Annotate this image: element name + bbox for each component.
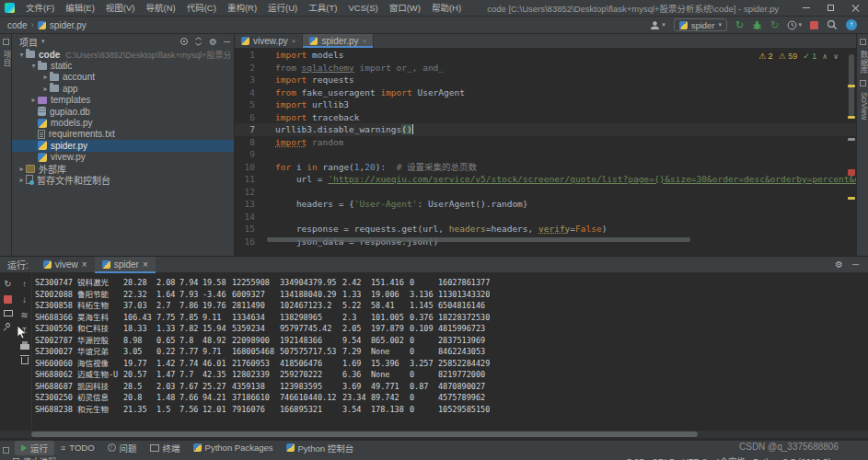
warning-stripe-mark[interactable] (848, 197, 855, 200)
editor-tab-spider.py[interactable]: spider.py× (303, 34, 374, 48)
tool-window-stripe-icon[interactable] (860, 80, 866, 86)
restore-layout-icon[interactable] (4, 310, 13, 316)
rerun-button[interactable]: ↻ (735, 19, 744, 30)
code-text: from sqlalchemy import or_, and_ (259, 62, 444, 75)
debug-button[interactable] (752, 20, 762, 30)
editor-tab-vivew.py[interactable]: vivew.py× (235, 34, 303, 48)
stop-button[interactable] (810, 21, 818, 29)
minimize-button[interactable] (793, 0, 818, 16)
console-cell: 418506476 (280, 358, 342, 370)
play-icon (21, 444, 27, 452)
profiler-button[interactable]: ▾ (787, 20, 802, 30)
warning-stripe-mark[interactable] (848, 116, 855, 119)
console-cell: 9.54 (342, 335, 371, 347)
code-editor[interactable]: 1import models2from sqlalchemy import or… (235, 49, 856, 256)
print-icon[interactable] (20, 344, 29, 350)
project-stripe-label[interactable]: 项目 (0, 51, 12, 66)
hide-panel-icon[interactable]: ─ (852, 259, 859, 270)
inspections-widget[interactable]: ⚠ 2 ⚠ 59 ✓ 1 ∧ ∨ (756, 52, 841, 61)
tree-chevron-icon[interactable]: ▸ (17, 176, 26, 184)
console-cell: 134188040.29 (280, 289, 342, 301)
tool-window-stripe-icon[interactable] (860, 39, 866, 45)
next-problem-icon[interactable]: ∨ (833, 52, 839, 61)
user-account-button[interactable]: ▾ (650, 20, 665, 30)
maximize-button[interactable] (818, 0, 843, 16)
toolwindow-button-TODO[interactable]: ≡TODO (54, 442, 101, 454)
tree-item-account[interactable]: ▸account (12, 72, 234, 83)
console-cell: 49.771 (371, 381, 410, 393)
hide-panel-icon[interactable]: ─ (224, 37, 230, 47)
down-stacktrace-icon[interactable]: ↓ (22, 294, 27, 305)
gear-icon[interactable]: ⚙ (209, 37, 217, 47)
gear-icon[interactable]: ⚙ (835, 259, 843, 270)
close-tab-icon[interactable]: × (292, 37, 296, 45)
tree-chevron-icon[interactable]: ▸ (41, 73, 50, 81)
prev-problem-icon[interactable]: ∧ (822, 52, 827, 61)
tree-item-暂存文件和控制台[interactable]: ▸暂存文件和控制台 (12, 174, 234, 185)
warning-stripe-mark[interactable] (848, 85, 855, 87)
toolwindow-button-Python 控制台[interactable]: Python 控制台 (280, 441, 361, 455)
tree-item-code[interactable]: ▾codeC:\Users\83852\Desktop\flask+mysql+… (12, 49, 234, 60)
tree-item-app[interactable]: ▸app (12, 83, 234, 94)
toolwindow-button-终端[interactable]: 终端 (144, 441, 187, 455)
tool-window-switcher-icon[interactable] (3, 447, 9, 454)
ide-update-button[interactable]: ↑ (846, 19, 857, 30)
project-stripe-icon[interactable] (3, 39, 9, 45)
tree-item-templates[interactable]: ▸templates (12, 95, 234, 106)
tree-chevron-icon[interactable]: ▸ (29, 96, 38, 104)
close-tab-icon[interactable]: × (363, 37, 367, 45)
locate-file-icon[interactable] (180, 38, 188, 45)
rerun-icon[interactable]: ↻ (4, 279, 11, 289)
stripe-label-数据库[interactable]: 数据库 (857, 51, 868, 75)
menu-item[interactable]: 运行(U) (262, 0, 303, 17)
tree-chevron-icon[interactable]: ▾ (17, 51, 26, 59)
pin-tab-icon[interactable] (5, 322, 11, 328)
toolwindow-button-运行[interactable]: 运行 (15, 441, 54, 455)
console-horizontal-scrollbar-track[interactable] (0, 431, 868, 438)
tree-item-models.py[interactable]: models.py (12, 117, 234, 128)
tree-chevron-icon[interactable]: ▸ (17, 165, 26, 173)
tree-item-requirements.txt[interactable]: requirements.txt (12, 129, 234, 140)
stripe-label-SciView[interactable]: SciView (857, 92, 868, 120)
search-everywhere-button[interactable] (827, 19, 838, 30)
project-panel-title[interactable]: 项目 (19, 35, 38, 49)
error-stripe-mark[interactable] (848, 169, 855, 176)
up-stacktrace-icon[interactable]: ↑ (22, 279, 27, 289)
menu-item[interactable]: VCS(S) (342, 0, 383, 17)
menu-item[interactable]: 重构(R) (222, 0, 262, 17)
status-right-widgets[interactable]: 7:27 CRLF UTF-8 4个空格 Python 3.7 (2022.5) (627, 455, 868, 460)
toolwindow-button-问题[interactable]: !问题 (101, 441, 144, 455)
close-button[interactable] (843, 0, 868, 16)
expand-collapse-icon[interactable] (194, 37, 203, 46)
menu-item[interactable]: 帮助(H) (426, 0, 467, 17)
console-output[interactable]: SZ300747锐科激光28.282.087.9419.581225590833… (35, 277, 859, 429)
tree-item-static[interactable]: ▾static (12, 60, 234, 71)
info-stripe-mark[interactable] (848, 138, 855, 141)
breadcrumb-file[interactable]: spider.py (50, 20, 87, 30)
editor-horizontal-scrollbar[interactable] (267, 237, 690, 242)
tree-chevron-icon[interactable]: ▾ (29, 62, 38, 70)
breadcrumb-root[interactable]: code (7, 20, 28, 30)
menu-item[interactable]: 窗口(W) (384, 0, 426, 17)
stop-process-button[interactable] (4, 295, 12, 304)
tree-item-spider.py[interactable]: spider.py (12, 140, 234, 151)
menu-item[interactable]: 编辑(E) (60, 0, 100, 17)
soft-wrap-icon[interactable]: ≋ (20, 310, 28, 320)
menu-item[interactable]: 工具(T) (303, 0, 342, 17)
close-tab-icon[interactable]: × (143, 259, 148, 270)
run-tab-vivew[interactable]: vivew× (36, 257, 95, 273)
tree-chevron-icon[interactable]: ▸ (41, 85, 50, 93)
editor-area: vivew.py×spider.py× 1import models2from … (235, 34, 856, 256)
clear-all-icon[interactable] (21, 357, 29, 364)
run-configuration-select[interactable]: spider ▾ (674, 18, 727, 31)
console-horizontal-scrollbar-thumb[interactable] (31, 431, 698, 437)
run-with-coverage-button[interactable]: ↻ (770, 19, 779, 30)
menu-item[interactable]: 代码(C) (181, 0, 222, 17)
run-tab-spider[interactable]: spider× (95, 257, 156, 273)
toolwindow-button-Python Packages[interactable]: Python Packages (187, 442, 280, 454)
tree-item-gupiao.db[interactable]: gupiao.db (12, 106, 234, 117)
menu-item[interactable]: 导航(N) (140, 0, 180, 17)
menu-item[interactable]: 文件(F) (20, 0, 60, 17)
close-tab-icon[interactable]: × (82, 259, 87, 270)
menu-item[interactable]: 视图(V) (100, 0, 141, 17)
